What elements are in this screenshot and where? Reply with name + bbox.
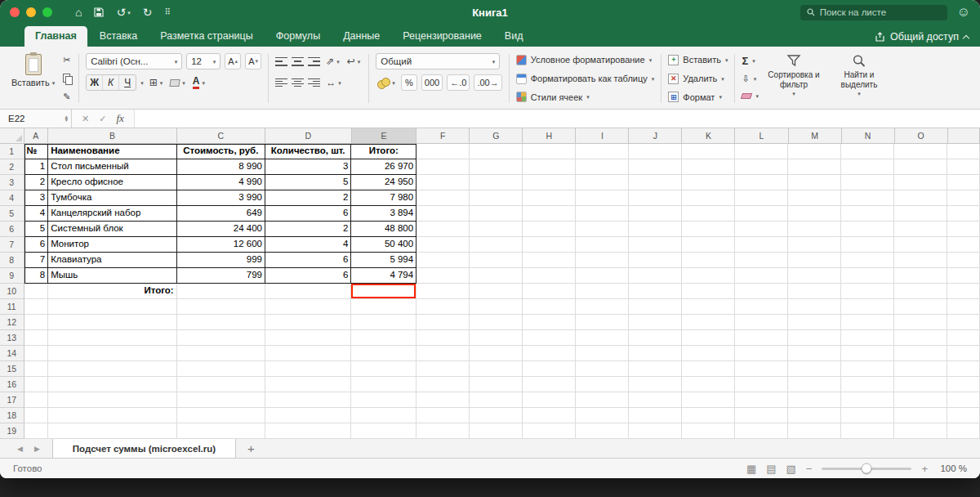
cell-I16[interactable] — [576, 377, 629, 392]
cell-E14[interactable] — [351, 346, 416, 361]
share-button[interactable]: Общий доступ — [875, 31, 969, 47]
ribbon-tab-home[interactable]: Главная — [24, 26, 87, 47]
row-header-18[interactable]: 18 — [0, 408, 24, 423]
row-header-4[interactable]: 4 — [0, 190, 24, 206]
cell-B3[interactable]: Кресло офисное — [48, 175, 177, 190]
cell-M2[interactable] — [788, 159, 841, 175]
cell-K4[interactable] — [682, 190, 735, 206]
cell-G17[interactable] — [470, 392, 523, 408]
cell-C7[interactable]: 12 600 — [177, 237, 265, 253]
cell-A12[interactable] — [24, 315, 49, 330]
cell-N4[interactable] — [841, 190, 894, 206]
cell-K18[interactable] — [682, 408, 735, 423]
cell-H5[interactable] — [523, 206, 576, 222]
cell-D13[interactable] — [265, 330, 351, 346]
row-header-17[interactable]: 17 — [0, 392, 24, 408]
row-header-2[interactable]: 2 — [0, 159, 24, 175]
cell-K11[interactable] — [682, 299, 735, 315]
add-sheet-button[interactable]: + — [236, 439, 266, 458]
cell-D15[interactable] — [265, 361, 351, 377]
cell-L11[interactable] — [735, 299, 788, 315]
cell-A10[interactable] — [24, 284, 49, 299]
cell-O8[interactable] — [894, 253, 947, 268]
cell-F14[interactable] — [416, 346, 470, 361]
cell-F17[interactable] — [416, 392, 470, 408]
cell-I5[interactable] — [576, 206, 629, 222]
select-all-corner[interactable] — [0, 128, 24, 143]
row-header-14[interactable]: 14 — [0, 346, 24, 361]
cell-L17[interactable] — [735, 392, 788, 408]
cell-C18[interactable] — [177, 408, 265, 423]
cell-N17[interactable] — [841, 392, 894, 408]
cell-A9[interactable]: 8 — [24, 268, 49, 284]
cell-A4[interactable]: 3 — [24, 190, 49, 206]
column-header-E[interactable]: E — [352, 128, 417, 143]
row-header-12[interactable]: 12 — [0, 315, 24, 330]
cell-G15[interactable] — [470, 361, 523, 377]
cell-I3[interactable] — [576, 175, 629, 190]
cell-G18[interactable] — [470, 408, 523, 423]
cell-I7[interactable] — [576, 237, 629, 253]
cell-E9[interactable]: 4 794 — [351, 268, 416, 284]
cell-J18[interactable] — [629, 408, 682, 423]
cell-B12[interactable] — [48, 315, 177, 330]
cell-C3[interactable]: 4 990 — [177, 175, 265, 190]
cell-F6[interactable] — [416, 222, 470, 237]
cell-L3[interactable] — [735, 175, 788, 190]
cell-E2[interactable]: 26 970 — [351, 159, 416, 175]
row-header-11[interactable]: 11 — [0, 299, 24, 315]
align-right-icon[interactable] — [308, 78, 320, 87]
column-header-O[interactable]: O — [895, 128, 948, 143]
cell-H14[interactable] — [523, 346, 576, 361]
cell-I18[interactable] — [576, 408, 629, 423]
cell-I19[interactable] — [576, 423, 629, 439]
underline-caret-icon[interactable]: ▾ — [140, 80, 144, 86]
cell-C16[interactable] — [177, 377, 265, 392]
cell-L2[interactable] — [735, 159, 788, 175]
cell-O15[interactable] — [894, 361, 947, 377]
column-header-B[interactable]: B — [48, 128, 177, 143]
cell-B8[interactable]: Клавиатура — [48, 253, 177, 268]
cancel-entry-icon[interactable]: ✕ — [82, 114, 89, 124]
cell-K9[interactable] — [682, 268, 735, 284]
cell-E16[interactable] — [351, 377, 416, 392]
cell-N10[interactable] — [841, 284, 894, 299]
cell-K2[interactable] — [682, 159, 735, 175]
zoom-slider-thumb[interactable] — [862, 463, 872, 474]
delete-cells-button[interactable]: ✕ Удалить ▾ — [668, 72, 728, 86]
format-as-table-button[interactable]: Форматировать как таблицу ▾ — [516, 72, 655, 86]
cell-H6[interactable] — [523, 222, 576, 237]
cell-J4[interactable] — [629, 190, 682, 206]
cell-O4[interactable] — [894, 190, 947, 206]
cell-I10[interactable] — [576, 284, 629, 299]
row-header-7[interactable]: 7 — [0, 237, 24, 253]
align-top-icon[interactable] — [275, 57, 287, 66]
ribbon-tab-insert[interactable]: Вставка — [89, 26, 148, 47]
cell-H16[interactable] — [523, 377, 576, 392]
cell-L16[interactable] — [735, 377, 788, 392]
cell-O3[interactable] — [894, 175, 947, 190]
cell-J14[interactable] — [629, 346, 682, 361]
cell-H19[interactable] — [523, 423, 576, 439]
cell-J8[interactable] — [629, 253, 682, 268]
column-header-A[interactable]: A — [24, 128, 49, 143]
cell-N3[interactable] — [841, 175, 894, 190]
undo-icon[interactable]: ↺▾ — [116, 7, 130, 18]
cell-K17[interactable] — [682, 392, 735, 408]
row-header-9[interactable]: 9 — [0, 268, 24, 284]
cell-H13[interactable] — [523, 330, 576, 346]
cell-D10[interactable] — [265, 284, 351, 299]
cell-M8[interactable] — [788, 253, 841, 268]
cell-B19[interactable] — [48, 423, 177, 439]
cell-A6[interactable]: 5 — [24, 222, 49, 237]
page-layout-view-icon[interactable]: ▤ — [766, 463, 776, 474]
cell-G9[interactable] — [470, 268, 523, 284]
cell-N2[interactable] — [841, 159, 894, 175]
column-header-G[interactable]: G — [470, 128, 523, 143]
toolbar-options-icon[interactable]: ⠿ — [164, 8, 170, 16]
cell-K7[interactable] — [682, 237, 735, 253]
cell-K6[interactable] — [682, 222, 735, 237]
cell-L6[interactable] — [735, 222, 788, 237]
cell-D8[interactable]: 6 — [265, 253, 351, 268]
cell-B18[interactable] — [48, 408, 177, 423]
